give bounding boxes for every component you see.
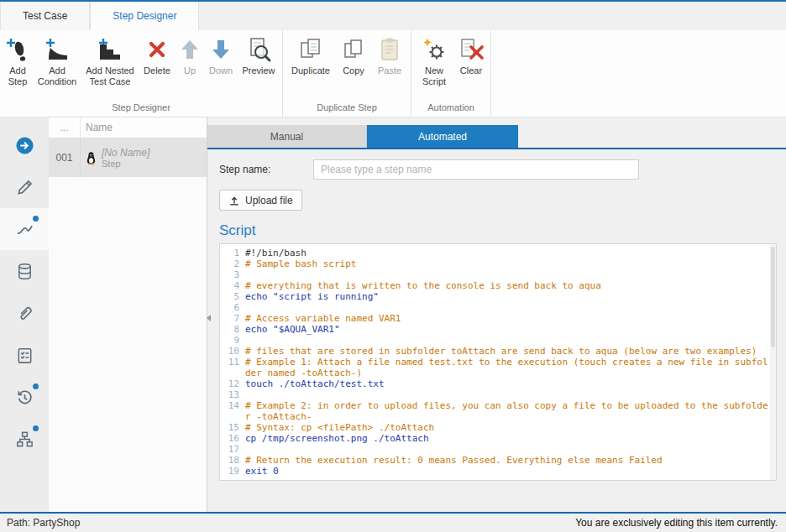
step-name-label: Step name: <box>219 164 313 175</box>
status-path: Path: PartyShop <box>7 517 80 529</box>
sidebar-item-attachment[interactable] <box>0 292 49 334</box>
hierarchy-icon <box>15 430 34 449</box>
code-text: # Access variable named VAR1 <box>245 313 770 324</box>
ribbon-button-label: Duplicate <box>291 65 330 76</box>
copy-icon <box>340 36 367 63</box>
preview-icon <box>245 36 272 63</box>
code-line: 19exit 0 <box>220 466 776 477</box>
nav-arrow-icon <box>15 136 34 155</box>
upload-file-button[interactable]: Upload file <box>219 190 302 211</box>
editor-scrollbar-thumb[interactable] <box>771 247 775 347</box>
attachment-icon <box>15 304 34 323</box>
step-name-row: Step name: <box>219 159 786 180</box>
editor-scrollbar[interactable] <box>770 244 776 480</box>
code-line: 2# Sample bash script <box>220 258 776 269</box>
script-heading: Script <box>219 222 786 239</box>
ribbon-button-label: Add Step <box>3 65 33 87</box>
code-text: echo "script is running" <box>245 291 770 302</box>
ribbon-button-add-step[interactable]: Add Step <box>3 34 33 87</box>
collapse-panel-icon[interactable] <box>204 309 212 327</box>
app-window: Test CaseStep Designer Add StepAdd Condi… <box>0 0 786 532</box>
code-line: 3 <box>220 269 776 280</box>
steps-list-rows: 001[No Name]Step <box>49 138 207 177</box>
sidebar-item-hierarchy[interactable] <box>0 418 49 460</box>
code-text <box>245 269 770 280</box>
line-number: 9 <box>220 335 245 346</box>
code-text: # Sample bash script <box>245 258 770 269</box>
step-name: [No Name] <box>102 147 149 159</box>
ribbon-button-paste[interactable]: Paste <box>371 34 408 76</box>
tab-manual[interactable]: Manual <box>207 125 367 148</box>
step-name-input[interactable] <box>313 159 639 180</box>
history-icon <box>15 388 34 407</box>
sidebar-item-edit[interactable] <box>0 166 49 208</box>
code-line: 14# Example 2: in order to upload files,… <box>220 400 776 422</box>
ribbon-button-duplicate[interactable]: Duplicate <box>286 34 336 76</box>
sidebar-item-nav-arrow[interactable] <box>0 124 49 166</box>
step-row-body: [No Name]Step <box>81 138 207 177</box>
tab-automated[interactable]: Automated <box>367 125 518 148</box>
status-bar: Path: PartyShop You are exclusively edit… <box>0 512 786 532</box>
new-script-icon <box>421 36 448 63</box>
code-text <box>245 444 770 455</box>
ribbon-button-delete[interactable]: Delete <box>139 34 176 76</box>
line-number: 14 <box>220 400 245 422</box>
ribbon-group-label: Step Designer <box>3 101 280 116</box>
window-tab-step-designer[interactable]: Step Designer <box>90 2 199 30</box>
code-text: # files that are stored in subfolder toA… <box>245 346 770 357</box>
sidebar-item-checklist[interactable] <box>0 334 49 376</box>
ribbon-group-buttons: New ScriptClear <box>414 34 488 101</box>
sidebar-item-steps[interactable] <box>0 208 49 250</box>
sidebar-item-history[interactable] <box>0 376 49 418</box>
clear-icon <box>458 36 485 63</box>
ribbon-button-clear[interactable]: Clear <box>454 34 488 76</box>
line-number: 2 <box>220 258 245 269</box>
window-tab-test-case[interactable]: Test Case <box>0 2 90 30</box>
code-line: 1#!/bin/bash <box>220 248 776 258</box>
line-number: 4 <box>220 280 245 291</box>
code-text: # Example 1: Attach a file named test.tx… <box>245 357 770 378</box>
ribbon-button-add-nested-test-case[interactable]: Add Nested Test Case <box>81 34 139 87</box>
line-number: 10 <box>220 346 245 357</box>
line-number: 7 <box>220 313 245 324</box>
code-text: touch ./toAttach/test.txt <box>245 378 770 389</box>
code-line: 4# everything that is written to the con… <box>220 280 776 291</box>
code-line: 11# Example 1: Attach a file named test.… <box>220 357 776 378</box>
script-code-editor[interactable]: 1#!/bin/bash2# Sample bash script3 4# ev… <box>219 243 777 481</box>
line-number: 17 <box>220 444 245 455</box>
ribbon-group-label: Automation <box>414 101 488 116</box>
ribbon-button-label: Copy <box>343 65 364 76</box>
ribbon-button-up[interactable]: Up <box>176 34 204 76</box>
step-row[interactable]: 001[No Name]Step <box>49 138 207 177</box>
ribbon-button-new-script[interactable]: New Script <box>414 34 454 87</box>
add-step-icon <box>4 36 31 63</box>
line-number: 3 <box>220 269 245 280</box>
upload-file-label: Upload file <box>245 195 293 206</box>
content-panel: ManualAutomated Step name: Upload file S… <box>207 117 786 512</box>
ribbon-button-label: Add Condition <box>33 65 81 87</box>
window-tab-bar: Test CaseStep Designer <box>0 0 786 30</box>
ribbon-button-label: Clear <box>460 65 482 76</box>
add-condition-icon <box>44 36 71 63</box>
line-number: 12 <box>220 378 245 389</box>
ribbon-button-copy[interactable]: Copy <box>336 34 371 76</box>
ribbon-button-preview[interactable]: Preview <box>238 34 280 76</box>
code-text: # Syntax: cp <filePath> ./toAttach <box>245 422 770 433</box>
step-number: 001 <box>49 138 81 177</box>
ribbon-button-add-condition[interactable]: Add Condition <box>33 34 81 87</box>
code-text: cp /tmp/screenshot.png ./toAttach <box>245 433 770 444</box>
database-icon <box>15 262 34 281</box>
ribbon-button-down[interactable]: Down <box>204 34 238 76</box>
code-lines: 1#!/bin/bash2# Sample bash script3 4# ev… <box>220 244 776 477</box>
line-number: 8 <box>220 324 245 335</box>
linux-icon <box>86 151 97 165</box>
ribbon-button-label: Down <box>209 65 233 76</box>
sidebar-item-database[interactable] <box>0 250 49 292</box>
steps-column-header: ... <box>49 117 81 138</box>
edit-icon <box>15 178 34 197</box>
line-number: 18 <box>220 455 245 466</box>
notification-dot <box>33 383 39 389</box>
code-text: echo "$AQUA_VAR1" <box>245 324 770 335</box>
ribbon-button-label: Add Nested Test Case <box>81 65 139 87</box>
add-nested-test-case-icon <box>97 36 123 63</box>
